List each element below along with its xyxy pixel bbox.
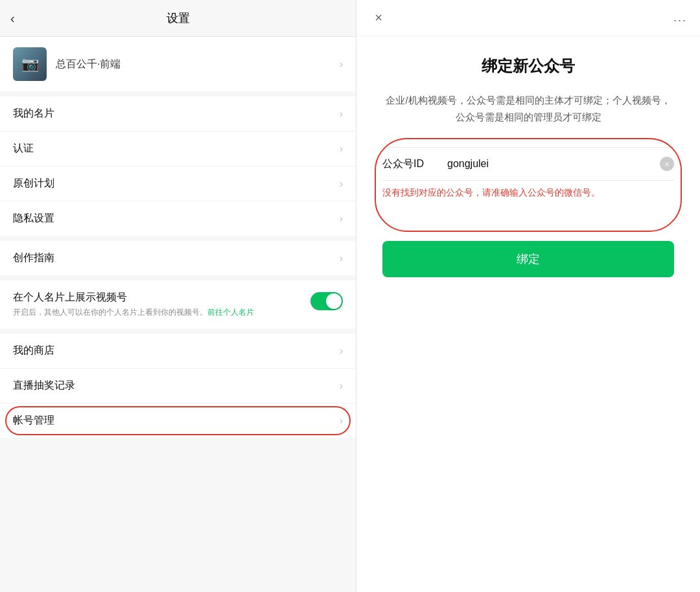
right-description: 企业/机构视频号，公众号需是相同的主体才可绑定；个人视频号，公众号需是相同的管理… [382, 92, 674, 125]
profile-name: 总百公千·前端 [56, 58, 340, 71]
menu-item-verify[interactable]: 认证 › [0, 131, 356, 166]
right-title: 绑定新公众号 [382, 56, 674, 76]
menu-item-privacy[interactable]: 隐私设置 › [0, 201, 356, 236]
menu-item-show-video[interactable]: 在个人名片上展示视频号 开启后，其他人可以在你的个人名片上看到你的视频号。前往个… [0, 280, 356, 328]
back-button[interactable]: ‹ [10, 11, 15, 26]
profile-section: 📷 总百公千·前端 › [0, 37, 356, 91]
profile-row[interactable]: 📷 总百公千·前端 › [0, 37, 356, 91]
left-title: 设置 [167, 10, 190, 26]
menu-label-name-card: 我的名片 [13, 107, 54, 120]
chevron-icon-original: › [340, 178, 343, 190]
id-input[interactable] [441, 158, 660, 170]
clear-icon: × [664, 159, 670, 169]
right-panel: × ... 绑定新公众号 企业/机构视频号，公众号需是相同的主体才可绑定；个人视… [356, 0, 700, 592]
chevron-icon-name-card: › [340, 108, 343, 120]
input-section: 公众号ID × 没有找到对应的公众号，请准确输入公众号的微信号。 [382, 147, 674, 199]
menu-label-original: 原创计划 [13, 177, 54, 190]
account-highlight-circle [5, 406, 351, 435]
menu-label-guide: 创作指南 [13, 251, 54, 265]
menu-item-lottery[interactable]: 直播抽奖记录 › [0, 369, 356, 404]
show-video-content: 在个人名片上展示视频号 开启后，其他人可以在你的个人名片上看到你的视频号。前往个… [13, 291, 303, 318]
menu-item-shop[interactable]: 我的商店 › [0, 334, 356, 369]
menu-label-lottery: 直播抽奖记录 [13, 379, 75, 393]
show-video-sub: 开启后，其他人可以在你的个人名片上看到你的视频号。前往个人名片 [13, 306, 303, 318]
chevron-icon-verify: › [340, 143, 343, 155]
chevron-icon-account: › [340, 415, 343, 427]
left-header: ‹ 设置 [0, 0, 356, 37]
show-video-toggle[interactable] [310, 292, 343, 310]
divider-4 [0, 328, 356, 334]
menu-label-privacy: 隐私设置 [13, 212, 54, 225]
menu-label-shop: 我的商店 [13, 344, 54, 358]
divider-2 [0, 236, 356, 241]
menu-section-4: 我的商店 › 直播抽奖记录 › 帐号管理 › [0, 334, 356, 438]
right-content: 绑定新公众号 企业/机构视频号，公众号需是相同的主体才可绑定；个人视频号，公众号… [356, 36, 700, 592]
left-panel: ‹ 设置 📷 总百公千·前端 › 我的名片 › 认证 › 原创计划 › 隐私设置… [0, 0, 356, 592]
chevron-icon-shop: › [340, 345, 343, 357]
menu-label-show-video: 在个人名片上展示视频号 [13, 291, 303, 304]
avatar: 📷 [13, 47, 47, 81]
input-label-id: 公众号ID [382, 157, 441, 171]
profile-chevron-icon: › [340, 58, 343, 70]
divider-3 [0, 275, 356, 280]
chevron-icon-lottery: › [340, 380, 343, 392]
menu-label-account: 帐号管理 [13, 414, 54, 427]
error-message: 没有找到对应的公众号，请准确输入公众号的微信号。 [382, 186, 674, 199]
menu-item-guide[interactable]: 创作指南 › [0, 241, 356, 275]
more-button[interactable]: ... [673, 11, 687, 25]
goto-name-card-link[interactable]: 前往个人名片 [207, 308, 254, 317]
menu-section-3: 在个人名片上展示视频号 开启后，其他人可以在你的个人名片上看到你的视频号。前往个… [0, 280, 356, 328]
chevron-icon-privacy: › [340, 213, 343, 225]
menu-item-name-card[interactable]: 我的名片 › [0, 97, 356, 131]
input-row: 公众号ID × [382, 147, 674, 181]
divider-1 [0, 91, 356, 97]
bind-button[interactable]: 绑定 [382, 241, 674, 277]
menu-item-account[interactable]: 帐号管理 › [0, 404, 356, 438]
menu-section-1: 我的名片 › 认证 › 原创计划 › 隐私设置 › [0, 97, 356, 236]
right-header: × ... [356, 0, 700, 36]
menu-label-verify: 认证 [13, 142, 34, 155]
toggle-knob [326, 293, 342, 309]
chevron-icon-guide: › [340, 253, 343, 264]
input-clear-button[interactable]: × [660, 157, 674, 171]
close-button[interactable]: × [369, 10, 388, 25]
menu-item-original[interactable]: 原创计划 › [0, 166, 356, 201]
menu-section-2: 创作指南 › [0, 241, 356, 275]
